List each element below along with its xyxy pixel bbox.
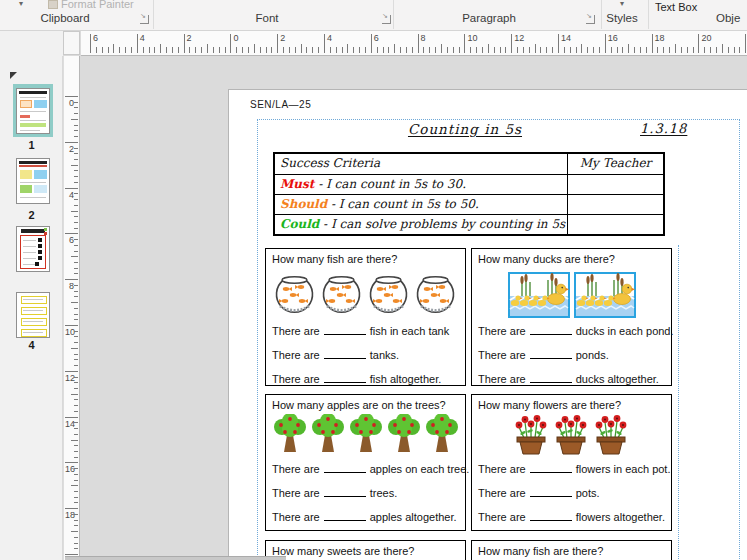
ruler-tick [74, 422, 78, 423]
question-box-sweets[interactable]: How many sweets are there? [265, 540, 466, 560]
question-box-fish[interactable]: How many fish are there? There arefish i… [265, 248, 466, 386]
ruler-tick [74, 451, 78, 452]
question-box-flowers[interactable]: How many flowers are there? There areflo… [471, 394, 672, 531]
ruler-tick [65, 462, 78, 463]
ruler-tick [219, 47, 220, 53]
page-thumbnail-4[interactable] [16, 292, 50, 338]
ruler-tick [640, 47, 641, 53]
ruler-tick [453, 47, 454, 53]
ruler-tick [435, 47, 436, 53]
format-painter-icon[interactable] [48, 0, 58, 9]
ruler-tick [74, 308, 78, 309]
question-box-apples[interactable]: How many apples are on the trees? There … [265, 394, 466, 531]
paste-dropdown-arrow[interactable]: ▾ [19, 0, 23, 8]
page-thumbnail-2[interactable] [16, 158, 50, 204]
answer-blank[interactable] [324, 324, 366, 335]
ruler-tick [166, 47, 167, 53]
answer-blank[interactable] [530, 486, 572, 497]
ruler-tick [71, 165, 78, 166]
ruler-tick [65, 279, 78, 280]
ruler-tick [622, 47, 623, 53]
ruler-tick [412, 47, 413, 53]
horizontal-scrollbar[interactable] [65, 556, 286, 560]
ruler-label: 4 [140, 33, 145, 43]
flowerpot-images [478, 414, 665, 456]
page-thumbnail-1[interactable] [16, 88, 50, 134]
ruler-tick [74, 205, 78, 206]
styles-gallery-arrow[interactable]: ▾ [620, 0, 624, 8]
ruler-tick [687, 47, 688, 53]
ruler-tick [71, 211, 78, 212]
ruler-tick [681, 47, 682, 53]
ruler-tick [131, 47, 132, 53]
horizontal-ruler[interactable]: 6420246810121416182022 [81, 30, 747, 56]
ruler-tick [406, 47, 407, 53]
teacher-header: My Teacher [567, 154, 663, 174]
ruler-tick [394, 44, 395, 53]
ruler-tick [593, 47, 594, 53]
ruler-tick [628, 44, 629, 53]
ruler-tick [102, 47, 103, 53]
fishbowl-images [272, 272, 459, 318]
ruler-label: 2 [65, 144, 74, 154]
ruler-tick [71, 531, 78, 532]
ruler-tick [605, 34, 606, 53]
ruler-tick [663, 47, 664, 53]
publication-page[interactable]: SEN/LA—25 Counting in 5s 1.3.18 Success … [228, 89, 747, 560]
page-number-1[interactable]: 1 [0, 139, 63, 151]
ruler-tick [271, 47, 272, 53]
question-box-ducks[interactable]: How many ducks are there? There areducks… [471, 248, 672, 386]
ruler-tick [65, 371, 78, 372]
pane-collapse-icon[interactable] [10, 72, 17, 79]
tab-selector-box[interactable] [63, 31, 80, 55]
answer-blank[interactable] [324, 510, 366, 521]
tree-images [272, 414, 459, 456]
fill-in-line: There areapples altogether. [272, 510, 459, 524]
answer-blank[interactable] [530, 324, 572, 335]
ruler-tick [74, 474, 78, 475]
format-painter-button[interactable]: Format Painter [61, 0, 134, 10]
ruler-label: 12 [514, 33, 524, 43]
ruler-tick [113, 44, 114, 53]
ruler-tick [74, 491, 78, 492]
question-box-fish-2[interactable]: How many fish are there? [471, 540, 672, 560]
ruler-tick [74, 159, 78, 160]
ruler-tick [693, 47, 694, 53]
ruler-tick [65, 417, 78, 418]
answer-blank[interactable] [324, 486, 366, 497]
ruler-label: 6 [93, 33, 98, 43]
ruler-tick [96, 47, 97, 53]
answer-blank[interactable] [324, 372, 366, 383]
duck-pond-image [574, 272, 636, 318]
clipboard-dialog-launcher[interactable] [140, 15, 149, 24]
ruler-tick [318, 47, 319, 53]
ruler-tick [154, 47, 155, 53]
answer-blank[interactable] [530, 348, 572, 359]
answer-blank[interactable] [530, 462, 572, 473]
ruler-tick [236, 47, 237, 53]
ruler-tick [172, 47, 173, 53]
ruler-tick [74, 502, 78, 503]
ruler-tick [74, 434, 78, 435]
answer-blank[interactable] [324, 462, 366, 473]
ruler-tick [289, 47, 290, 53]
answer-blank[interactable] [324, 348, 366, 359]
ruler-tick [74, 285, 78, 286]
vertical-ruler[interactable]: 02468101214161820 [63, 56, 80, 560]
ruler-tick [482, 47, 483, 53]
ruler-label: 6 [65, 235, 74, 245]
answer-blank[interactable] [530, 372, 572, 383]
paragraph-dialog-launcher[interactable] [586, 15, 595, 24]
answer-blank[interactable] [530, 510, 572, 521]
ruler-label: 10 [467, 33, 477, 43]
ruler-tick [359, 47, 360, 53]
ruler-tick [295, 47, 296, 53]
pond-images [478, 272, 665, 318]
font-dialog-launcher[interactable] [382, 15, 391, 24]
page-number-4[interactable]: 4 [0, 339, 63, 351]
ruler-tick [646, 47, 647, 53]
page-number-2[interactable]: 2 [0, 209, 63, 221]
page-thumbnail-3[interactable] [16, 226, 50, 272]
ruler-tick [470, 47, 471, 53]
ruler-tick [652, 34, 653, 53]
